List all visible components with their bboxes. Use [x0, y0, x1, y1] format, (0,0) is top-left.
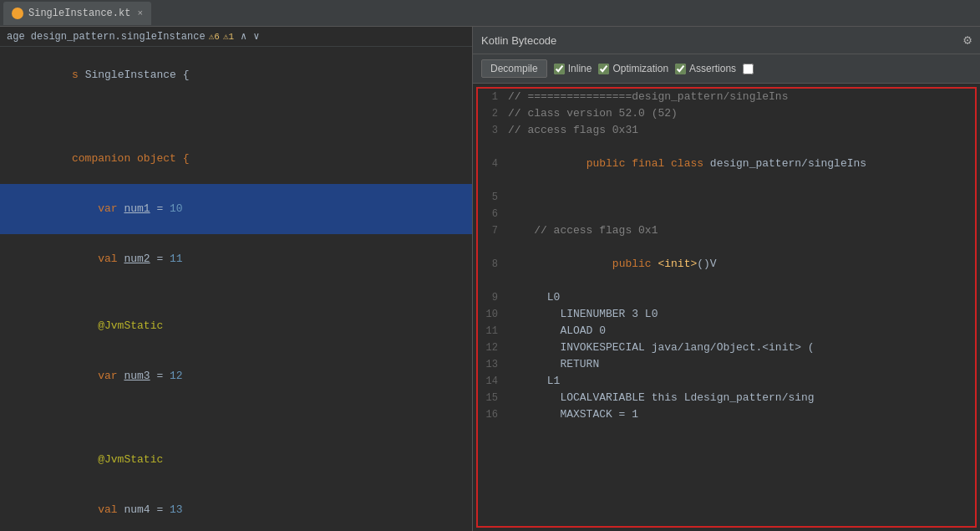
- line-number: 13: [478, 356, 508, 373]
- code-line: s SingleInstance {: [0, 50, 472, 100]
- bytecode-line: 3 // access flags 0x31: [478, 122, 975, 139]
- tab-label: SingleInstance.kt: [28, 8, 130, 19]
- code-text: [0, 117, 13, 134]
- breadcrumb-text: age design_pattern.singleInstance: [7, 31, 206, 43]
- line-number: 6: [478, 206, 508, 222]
- line-code: public <init>()V: [508, 239, 717, 289]
- bytecode-pane: Kotlin Bytecode ⚙ Decompile Inline Optim…: [472, 27, 980, 531]
- optimization-checkbox[interactable]: [598, 64, 609, 74]
- code-text: s SingleInstance {: [0, 50, 189, 100]
- bytecode-line: 16 MAXSTACK = 1: [478, 406, 975, 423]
- code-text: [0, 401, 13, 418]
- line-number: 4: [478, 156, 508, 172]
- line-number: 9: [478, 289, 508, 306]
- line-number: 15: [478, 390, 508, 406]
- optimization-checkbox-group[interactable]: Optimization: [598, 63, 668, 74]
- file-tab[interactable]: SingleInstance.kt ×: [3, 2, 151, 25]
- line-number: 16: [478, 406, 508, 423]
- editor-pane: age design_pattern.singleInstance ⚠6 ⚠1 …: [0, 27, 472, 531]
- code-text: var num1 = 10: [0, 184, 183, 234]
- code-text: val num2 = 11: [0, 234, 183, 284]
- code-line: var num3 = 12: [0, 351, 472, 401]
- warning-badge-1: ⚠6: [209, 31, 220, 42]
- code-line: [0, 401, 472, 418]
- bytecode-line: 10 LINENUMBER 3 L0: [478, 306, 975, 323]
- line-code: INVOKESPECIAL java/lang/Object.<init> (: [508, 340, 815, 356]
- bytecode-line: 12 INVOKESPECIAL java/lang/Object.<init>…: [478, 340, 975, 356]
- warning-badge-2: ⚠1: [223, 31, 234, 42]
- bytecode-line: 15 LOCALVARIABLE this Ldesign_pattern/si…: [478, 390, 975, 406]
- line-code: L0: [508, 289, 560, 306]
- code-line: [0, 117, 472, 134]
- code-text: [0, 284, 13, 301]
- code-line-highlighted: var num1 = 10: [0, 184, 472, 234]
- bytecode-line: 6: [478, 206, 975, 222]
- bytecode-line: 4 public final class design_pattern/sing…: [478, 139, 975, 189]
- line-number: 14: [478, 373, 508, 390]
- bytecode-line: 8 public <init>()V: [478, 239, 975, 289]
- code-text: var num3 = 12: [0, 351, 183, 401]
- main-layout: age design_pattern.singleInstance ⚠6 ⚠1 …: [0, 27, 980, 531]
- code-text: @JvmStatic: [0, 435, 163, 485]
- decompile-button[interactable]: Decompile: [481, 59, 547, 78]
- line-code: [508, 189, 515, 206]
- breadcrumb: age design_pattern.singleInstance ⚠6 ⚠1 …: [0, 27, 472, 47]
- line-code: // access flags 0x1: [508, 222, 658, 239]
- inline-label: Inline: [568, 63, 592, 74]
- bytecode-line: 11 ALOAD 0: [478, 323, 975, 340]
- bytecode-line: 1 // ================design_pattern/sing…: [478, 89, 975, 105]
- nav-down-button[interactable]: ∨: [253, 30, 259, 43]
- code-text: @JvmStatic: [0, 301, 163, 351]
- line-code: ALOAD 0: [508, 323, 606, 340]
- assertions-checkbox[interactable]: [675, 64, 686, 74]
- nav-up-button[interactable]: ∧: [241, 30, 246, 43]
- line-number: 1: [478, 89, 508, 105]
- code-text: [0, 100, 13, 117]
- gear-icon[interactable]: ⚙: [963, 32, 972, 49]
- assertions-label: Assertions: [689, 63, 736, 74]
- code-text: [0, 418, 13, 435]
- line-code: RETURN: [508, 356, 599, 373]
- bytecode-toolbar: Decompile Inline Optimization Assertions: [473, 54, 980, 84]
- line-code: LINENUMBER 3 L0: [508, 306, 658, 323]
- line-code: // class version 52.0 (52): [508, 105, 678, 122]
- bytecode-header: Kotlin Bytecode ⚙: [473, 27, 980, 54]
- code-line: [0, 284, 472, 301]
- line-number: 12: [478, 340, 508, 356]
- bytecode-line: 13 RETURN: [478, 356, 975, 373]
- line-code: [508, 206, 515, 222]
- line-code: public final class design_pattern/single…: [508, 139, 866, 189]
- code-line: @JvmStatic: [0, 435, 472, 485]
- line-number: 8: [478, 256, 508, 273]
- bytecode-content[interactable]: 1 // ================design_pattern/sing…: [476, 87, 977, 528]
- code-line: @JvmStatic: [0, 301, 472, 351]
- bytecode-panel-title: Kotlin Bytecode: [481, 34, 556, 47]
- inline-checkbox[interactable]: [554, 64, 565, 74]
- line-code: LOCALVARIABLE this Ldesign_pattern/sing: [508, 390, 815, 406]
- editor-code-area[interactable]: s SingleInstance { companion object { va…: [0, 47, 472, 531]
- tab-close-button[interactable]: ×: [137, 8, 143, 18]
- bytecode-content-wrapper: 1 // ================design_pattern/sing…: [473, 84, 980, 531]
- line-number: 2: [478, 105, 508, 122]
- line-code: // ================design_pattern/single…: [508, 89, 788, 105]
- code-line: val num4 = 13: [0, 485, 472, 531]
- bytecode-line: 14 L1: [478, 373, 975, 390]
- line-number: 10: [478, 306, 508, 323]
- line-code: // access flags 0x31: [508, 122, 638, 139]
- extra-checkbox[interactable]: [743, 64, 754, 74]
- code-text: val num4 = 13: [0, 485, 183, 531]
- bytecode-line: 2 // class version 52.0 (52): [478, 105, 975, 122]
- line-number: 5: [478, 189, 508, 206]
- bytecode-line: 9 L0: [478, 289, 975, 306]
- kotlin-file-icon: [12, 8, 23, 19]
- line-code: L1: [508, 373, 560, 390]
- inline-checkbox-group[interactable]: Inline: [554, 63, 592, 74]
- code-line: [0, 418, 472, 435]
- bytecode-line: 5: [478, 189, 975, 206]
- optimization-label: Optimization: [612, 63, 668, 74]
- tab-bar: SingleInstance.kt ×: [0, 0, 980, 27]
- code-line: val num2 = 11: [0, 234, 472, 284]
- bytecode-line: 7 // access flags 0x1: [478, 222, 975, 239]
- assertions-checkbox-group[interactable]: Assertions: [675, 63, 736, 74]
- line-code: MAXSTACK = 1: [508, 406, 638, 423]
